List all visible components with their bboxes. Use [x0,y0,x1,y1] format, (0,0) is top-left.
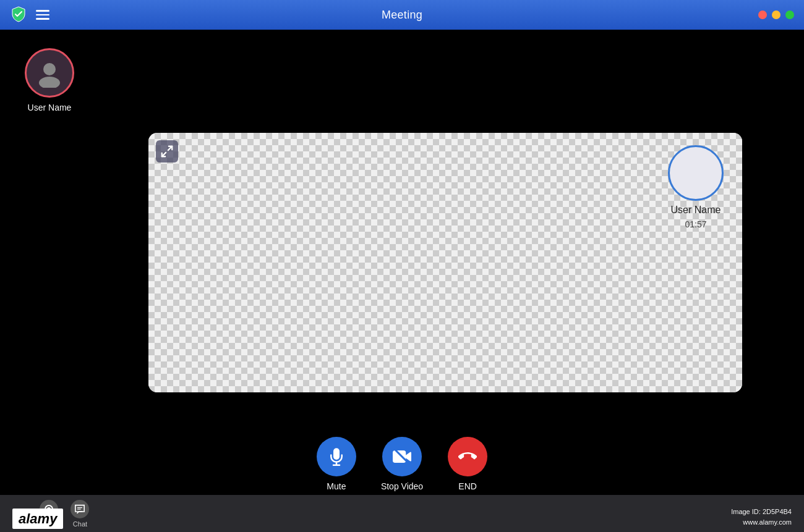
participant-timer: 01:57 [685,219,706,229]
end-call-button[interactable] [448,437,487,476]
end-label: END [458,481,477,491]
image-id: Image ID: 2D5P4B4 [731,507,792,517]
participant-name: User Name [671,205,721,216]
user-avatar [25,48,74,98]
alamy-logo: alamy [12,511,63,527]
chat-label: Chat [73,520,87,528]
window-title: Meeting [382,9,422,22]
user-name-sidebar: User Name [28,103,72,112]
bottom-bar: Record Chat [0,495,804,532]
svg-point-0 [43,63,56,75]
participant-info: User Name 01:57 [668,145,724,229]
chat-icon [71,500,89,518]
shield-icon [10,6,27,23]
hamburger-menu-icon[interactable] [36,10,49,20]
window-controls [758,11,794,19]
minimize-button[interactable] [772,11,780,19]
sidebar: User Name [0,30,99,495]
mute-label: Mute [327,481,346,491]
title-bar-left [10,6,49,23]
website: www.alamy.com [731,517,792,528]
sidebar-user: User Name [25,48,74,112]
mute-button[interactable] [317,437,356,476]
participant-avatar [668,145,724,201]
stop-video-label: Stop Video [381,481,423,491]
alamy-logo-text: alamy [12,509,63,529]
video-frame: User Name 01:57 [148,133,742,392]
maximize-button[interactable] [785,11,794,19]
main-area: User Name User Name 01:57 [0,30,804,495]
svg-point-1 [39,77,60,88]
stop-video-control: Stop Video [381,437,423,491]
title-bar: Meeting [0,0,804,30]
video-container: User Name 01:57 [99,30,804,495]
alamy-info: Image ID: 2D5P4B4 www.alamy.com [731,507,792,527]
close-button[interactable] [758,11,767,19]
chat-button[interactable]: Chat [71,500,89,528]
end-control: END [448,437,487,491]
stop-video-button[interactable] [382,437,422,476]
expand-button[interactable] [156,140,178,163]
mute-control: Mute [317,437,356,491]
controls-area: Mute Stop Video END [0,433,804,495]
